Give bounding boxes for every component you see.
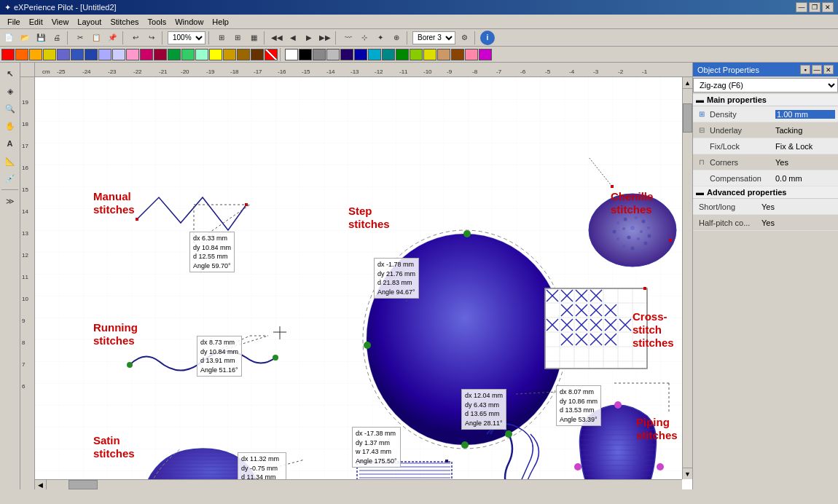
minimize-button[interactable]: — — [796, 2, 807, 12]
node-tool[interactable]: ◈ — [2, 83, 18, 99]
color-tan[interactable] — [437, 49, 450, 60]
color-17[interactable] — [223, 49, 236, 60]
rv-6: 6 — [22, 383, 25, 390]
menu-tools[interactable]: Tools — [144, 16, 171, 28]
measure-tool[interactable]: 📐 — [2, 153, 18, 169]
eyedropper-tool[interactable]: 💉 — [2, 170, 18, 186]
scrollbar-vertical[interactable]: ▲ ▼ — [682, 77, 692, 479]
menu-layout[interactable]: Layout — [73, 16, 106, 28]
new-button[interactable]: 📄 — [1, 31, 16, 45]
color-18[interactable] — [237, 49, 250, 60]
color-blue2[interactable] — [354, 49, 367, 60]
scrollbar-horizontal[interactable]: ◀ — [35, 479, 682, 489]
object-type-select[interactable]: Zig-zag (F6) Running (F3) Satin (F4) — [693, 78, 838, 92]
compensation-value[interactable]: 0.0 mm — [775, 174, 835, 183]
shortlong-value[interactable]: Yes — [761, 202, 835, 211]
color-13[interactable] — [168, 49, 181, 60]
menu-file[interactable]: File — [3, 16, 25, 28]
color-magenta[interactable] — [479, 49, 492, 60]
window-controls[interactable]: — ❐ ✕ — [796, 2, 834, 12]
color-16[interactable] — [209, 49, 222, 60]
undo-button[interactable]: ↩ — [128, 31, 143, 45]
color-black[interactable] — [299, 49, 312, 60]
select-tool[interactable]: ↖ — [2, 66, 18, 82]
color-gray2[interactable] — [326, 49, 340, 60]
stitch-tool1[interactable]: 〰 — [341, 31, 356, 45]
color-5[interactable] — [57, 49, 70, 60]
stitch-back[interactable]: ◀◀ — [270, 31, 284, 45]
color-11[interactable] — [140, 49, 153, 60]
view-fit[interactable]: ⊞ — [214, 31, 229, 45]
redo-button[interactable]: ↪ — [144, 31, 159, 45]
color-white[interactable] — [285, 49, 298, 60]
menu-stitches[interactable]: Stitches — [106, 16, 143, 28]
stitch-tool2[interactable]: ⊹ — [357, 31, 372, 45]
color-orange[interactable] — [15, 49, 28, 60]
copy-button[interactable]: 📋 — [89, 31, 103, 45]
restore-button[interactable]: ❐ — [809, 2, 821, 12]
pan-tool[interactable]: ✋ — [2, 118, 18, 134]
svg-point-38 — [461, 441, 469, 449]
canvas-area[interactable]: cm -25 -24 -23 -22 -21 -20 -19 -18 -17 -… — [20, 63, 692, 489]
properties-close[interactable]: ✕ — [823, 65, 834, 74]
color-3[interactable] — [29, 49, 42, 60]
underlay-value[interactable]: Tacking — [775, 126, 835, 135]
rl-n3: -3 — [593, 68, 598, 75]
menu-edit[interactable]: Edit — [25, 16, 47, 28]
header-controls[interactable]: ▪ — ✕ — [800, 65, 834, 74]
color-10[interactable] — [126, 49, 139, 60]
fixlock-value[interactable]: Fix & Lock — [775, 142, 835, 151]
color-4[interactable] — [43, 49, 56, 60]
color-7[interactable] — [85, 49, 98, 60]
color-9[interactable] — [112, 49, 125, 60]
stitch-tool3[interactable]: ✦ — [373, 31, 388, 45]
color-brown[interactable] — [451, 49, 464, 60]
color-red[interactable] — [1, 49, 15, 60]
borer-settings[interactable]: ⚙ — [457, 31, 471, 45]
open-button[interactable]: 📂 — [17, 31, 32, 45]
corners-value[interactable]: Yes — [775, 158, 835, 167]
stitch-prev[interactable]: ◀ — [286, 31, 300, 45]
view-zoom-in[interactable]: ⊞ — [230, 31, 245, 45]
color-green[interactable] — [396, 49, 409, 60]
color-navy[interactable] — [340, 49, 353, 60]
zoom-tool[interactable]: 🔍 — [2, 101, 18, 117]
color-19[interactable] — [251, 49, 264, 60]
menu-help[interactable]: Help — [208, 16, 233, 28]
text-tool[interactable]: A — [2, 135, 18, 151]
cut-button[interactable]: ✂ — [73, 31, 87, 45]
properties-pin[interactable]: ▪ — [800, 65, 810, 74]
color-lime[interactable] — [410, 49, 423, 60]
color-yellow2[interactable] — [423, 49, 436, 60]
halfpitch-value[interactable]: Yes — [761, 218, 835, 227]
stitch-fwd[interactable]: ▶▶ — [318, 31, 332, 45]
properties-minimize[interactable]: — — [812, 65, 822, 74]
color-erase[interactable] — [265, 49, 278, 60]
zoom-select[interactable]: 100% 50% 200% — [168, 31, 205, 44]
color-gray1[interactable] — [313, 49, 326, 60]
paste-button[interactable]: 📌 — [105, 31, 120, 45]
info-button[interactable]: i — [480, 31, 495, 45]
color-14[interactable] — [181, 49, 195, 60]
rv-19: 19 — [22, 99, 28, 106]
density-value[interactable]: 1.00 mm — [775, 110, 835, 119]
stitch-tool4[interactable]: ⊕ — [389, 31, 404, 45]
save-button[interactable]: 💾 — [34, 31, 48, 45]
color-pink[interactable] — [465, 49, 478, 60]
color-8[interactable] — [98, 49, 111, 60]
color-cyan[interactable] — [368, 49, 381, 60]
menu-window[interactable]: Window — [171, 16, 208, 28]
view-grid[interactable]: ▦ — [246, 31, 261, 45]
rl-n13: -13 — [351, 68, 359, 75]
color-15[interactable] — [195, 49, 208, 60]
stitch-next[interactable]: ▶ — [302, 31, 316, 45]
stitch-tool-a[interactable]: ≫ — [2, 193, 18, 209]
svg-rect-87 — [545, 288, 647, 369]
color-6[interactable] — [71, 49, 84, 60]
print-button[interactable]: 🖨 — [50, 31, 64, 45]
color-12[interactable] — [154, 49, 167, 60]
menu-view[interactable]: View — [47, 16, 74, 28]
borer-select[interactable]: Borer 3 Borer 1 Borer 2 — [412, 31, 455, 44]
close-button[interactable]: ✕ — [822, 2, 834, 12]
color-teal[interactable] — [382, 49, 395, 60]
